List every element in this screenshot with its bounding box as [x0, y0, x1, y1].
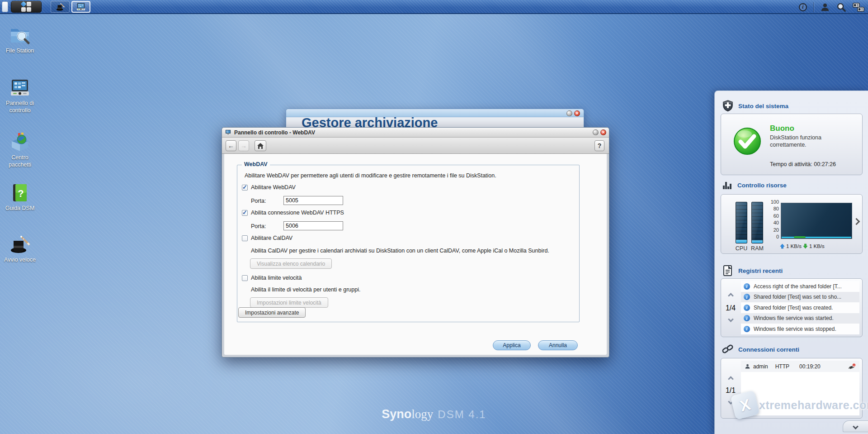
- magic-hat-icon: [55, 2, 65, 12]
- speed-limit-hint-text: Abilita il limite di velocità per utenti…: [251, 286, 360, 293]
- connection-user: admin: [753, 363, 768, 370]
- disconnect-icon[interactable]: [848, 363, 856, 370]
- system-status-message: DiskStation funziona correttamente.: [770, 134, 851, 149]
- back-button[interactable]: ←: [226, 140, 236, 151]
- dialog-titlebar[interactable]: Pannello di controllo - WebDAV: [222, 128, 609, 138]
- cpu-gauge-fill: [736, 240, 747, 243]
- log-list: Access right of the shared folder [T... …: [741, 281, 859, 334]
- pilot-view-icon[interactable]: [853, 2, 864, 12]
- axis-tick: 100: [764, 199, 779, 205]
- control-panel-webdav-dialog: Pannello di controllo - WebDAV ← → ? Web…: [222, 127, 609, 358]
- close-button[interactable]: [574, 110, 580, 116]
- info-circle-icon: [744, 305, 750, 311]
- info-circle-icon: [744, 326, 750, 332]
- watermark-text: xtremehardware.com: [759, 399, 868, 412]
- enable-speed-limit-checkbox[interactable]: [242, 275, 248, 281]
- cpu-gauge: [736, 202, 747, 243]
- enable-https-label: Abilita connessione WebDAV HTTPS: [251, 210, 344, 216]
- desktop-icon-package-center[interactable]: Centro pacchetti: [4, 131, 36, 168]
- network-download-blip: [794, 236, 806, 238]
- help-button[interactable]: ?: [594, 140, 604, 151]
- connections-header: Connessioni correnti: [722, 343, 799, 355]
- desktop-icon-label: Guida DSM: [4, 205, 36, 212]
- forward-button[interactable]: →: [238, 140, 249, 151]
- network-stats: 1 KB/s 1 KB/s: [780, 243, 825, 249]
- caldav-list-button[interactable]: Visualizza elenco calendario: [250, 258, 332, 269]
- user-icon[interactable]: [820, 2, 830, 12]
- connection-protocol: HTTP: [775, 363, 789, 370]
- main-menu-button[interactable]: [11, 1, 42, 13]
- desktop-icon-label: Avvio veloce: [4, 257, 36, 264]
- enable-webdav-checkbox[interactable]: [242, 185, 248, 191]
- system-status-value: Buono: [770, 124, 794, 133]
- connection-row[interactable]: admin HTTP 00:19:20: [741, 361, 859, 372]
- taskbar-app-quick-start[interactable]: [51, 1, 70, 13]
- enable-https-checkbox[interactable]: [242, 210, 248, 216]
- dsm-desktop: i: [0, 0, 868, 434]
- download-speed: 1 KB/s: [809, 243, 825, 249]
- enable-caldav-label: Abilitare CalDAV: [251, 235, 292, 241]
- main-menu-icon: [21, 2, 31, 12]
- info-icon[interactable]: i: [799, 3, 807, 11]
- log-text: Access right of the shared folder [T...: [754, 283, 842, 290]
- system-status-box: Buono DiskStation funziona correttamente…: [721, 114, 863, 175]
- link-icon: [722, 343, 734, 355]
- status-ok-icon: [733, 127, 762, 156]
- enable-caldav-checkbox[interactable]: [242, 235, 248, 241]
- desktop-icon-dsm-help[interactable]: ? Guida DSM: [4, 182, 36, 212]
- minimize-button[interactable]: [593, 129, 599, 135]
- cancel-button[interactable]: Annulla: [538, 340, 578, 350]
- sidebar-collapse-tab[interactable]: [843, 420, 868, 432]
- log-text: Shared folder [Test] was set to sho...: [754, 294, 841, 300]
- desktop-icon-file-station[interactable]: File Station: [4, 24, 36, 55]
- file-station-icon: [9, 24, 31, 46]
- fieldset-legend: WebDAV: [242, 161, 270, 167]
- log-row[interactable]: Shared folder [Test] was created.: [741, 302, 859, 313]
- speed-limit-settings-button[interactable]: Impostazioni limite velocità: [250, 297, 328, 308]
- connections-box: 1/1 admin HTTP 00:19:20: [721, 358, 863, 419]
- axis-tick: 40: [764, 220, 779, 225]
- advanced-settings-button[interactable]: Impostazioni avanzate: [238, 307, 306, 318]
- apply-button[interactable]: Applica: [493, 340, 531, 350]
- download-arrow-icon: [803, 243, 808, 249]
- axis-tick: 20: [764, 227, 779, 233]
- show-desktop-button[interactable]: [2, 1, 8, 12]
- recent-logs-box: 1/4 Access right of the shared folder [T…: [721, 278, 863, 337]
- brand-light: logy: [411, 407, 433, 421]
- close-button[interactable]: [600, 129, 606, 135]
- webdav-port-input[interactable]: [283, 196, 343, 205]
- desktop-icon-quick-start[interactable]: Avvio veloce: [4, 234, 36, 264]
- network-graph: [781, 203, 852, 239]
- desktop-icon-control-panel[interactable]: Pannello di controllo: [4, 77, 36, 114]
- resource-monitor-box[interactable]: CPU RAM 100 80 60 40 20 0 1 KB/s 1 KB/s: [721, 194, 863, 254]
- resource-monitor-header: Controllo risorse: [722, 180, 787, 191]
- search-icon[interactable]: [836, 2, 846, 12]
- info-circle-icon: [744, 294, 750, 300]
- info-circle-icon: [744, 315, 750, 321]
- desktop-icon-label: Centro pacchetti: [4, 154, 36, 168]
- logs-page-down[interactable]: [721, 315, 740, 323]
- log-text: Windows file service was started.: [754, 315, 834, 321]
- home-button[interactable]: [255, 140, 266, 151]
- webdav-intro-text: Abilitare WebDAV per permettere agli ute…: [245, 172, 496, 179]
- widget-title: Connessioni correnti: [738, 346, 799, 353]
- connections-page-up[interactable]: [721, 375, 740, 383]
- log-row[interactable]: Windows file service was started.: [741, 313, 859, 324]
- log-text: Shared folder [Test] was created.: [754, 305, 833, 311]
- logs-page-up[interactable]: [721, 291, 740, 300]
- expand-chevron-icon[interactable]: [853, 218, 860, 225]
- package-center-icon: [9, 131, 31, 153]
- https-port-input[interactable]: [283, 221, 343, 230]
- log-row[interactable]: Windows file service was stopped.: [741, 324, 859, 334]
- webdav-port-label: Porta:: [251, 198, 266, 204]
- upload-speed: 1 KB/s: [786, 243, 802, 249]
- log-row[interactable]: Access right of the shared folder [T...: [741, 281, 859, 292]
- dialog-title: Pannello di controllo - WebDAV: [234, 129, 315, 136]
- log-row[interactable]: Shared folder [Test] was set to sho...: [741, 292, 859, 303]
- system-status-header: Stato del sistema: [722, 100, 788, 112]
- widget-title: Registri recenti: [738, 267, 783, 274]
- control-panel-icon: [225, 129, 231, 136]
- taskbar-app-control-panel[interactable]: [71, 1, 90, 13]
- network-upload-line: [782, 237, 851, 238]
- minimize-button[interactable]: [566, 110, 572, 116]
